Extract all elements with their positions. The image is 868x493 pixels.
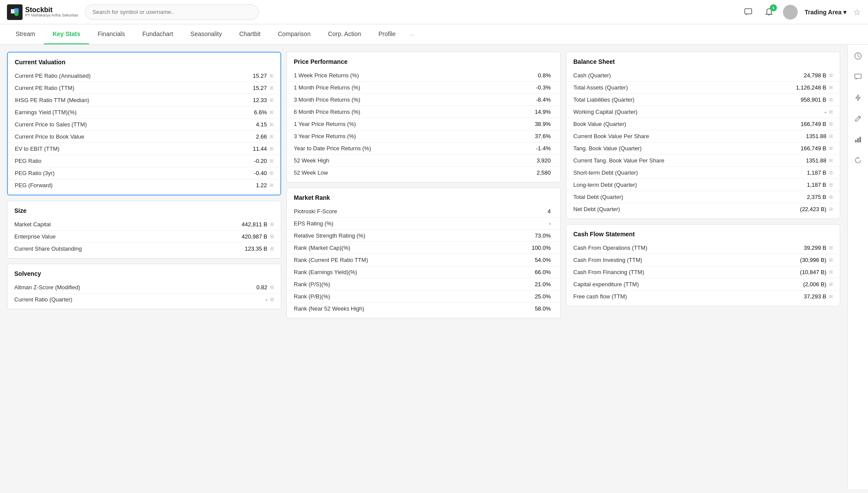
table-row: Working Capital (Quarter) - ⊞ [566, 106, 840, 118]
chart-icon[interactable]: ⊞ [270, 234, 274, 239]
chart-icon[interactable]: ⊞ [829, 281, 833, 287]
chart-icon[interactable]: ⊞ [270, 134, 273, 139]
price-performance-title: Price Performance [287, 52, 560, 69]
table-row: Current Price to Book Value 2.66 ⊞ [8, 131, 280, 143]
table-row: Rank (Near 52 Weeks High) 58.0% [287, 303, 560, 314]
balance-sheet-title: Balance Sheet [566, 52, 840, 69]
tab-fundachart[interactable]: Fundachart [134, 24, 182, 44]
price-performance-card: Price Performance 1 Week Price Returns (… [286, 52, 561, 182]
tab-stream[interactable]: Stream [7, 24, 44, 44]
svg-rect-7 [857, 138, 859, 142]
chart-icon[interactable]: ⊞ [829, 97, 833, 103]
tab-key-stats[interactable]: Key Stats [44, 24, 89, 44]
chart-icon[interactable]: ⊞ [829, 170, 833, 175]
table-row: Current PE Ratio (Annualised) 15.27 ⊞ [8, 70, 280, 82]
solvency-title: Solvency [7, 264, 281, 281]
chart-icon[interactable]: ⊞ [829, 146, 833, 151]
tab-comparison[interactable]: Comparison [269, 24, 319, 44]
chart-icon[interactable]: ⊞ [829, 133, 833, 139]
table-row: Rank (Current PE Ratio TTM) 54.0% [287, 254, 560, 266]
chart-icon[interactable]: ⊞ [829, 109, 833, 115]
cash-flow-card: Cash Flow Statement Cash From Operations… [566, 224, 840, 306]
chart-icon[interactable]: ⊞ [829, 245, 833, 251]
svg-point-2 [14, 12, 19, 16]
clock-icon[interactable] [852, 50, 864, 62]
table-row: Capital expenditure (TTM) (2,006 B) ⊞ [566, 278, 840, 291]
table-row: Book Value (Quarter) 166,749 B ⊞ [566, 118, 840, 130]
tab-financials[interactable]: Financials [89, 24, 134, 44]
cash-flow-rows: Cash From Operations (TTM) 39,299 B ⊞ Ca… [566, 242, 840, 306]
chart-icon[interactable]: ⊞ [270, 222, 274, 227]
main-content: Current Valuation Current PE Ratio (Annu… [0, 45, 847, 489]
solvency-rows: Altman Z-Score (Modified) 0.82 ⊞ Current… [7, 281, 281, 309]
col-2: Price Performance 1 Week Price Returns (… [286, 52, 561, 318]
svg-rect-5 [855, 74, 861, 79]
chart-icon[interactable]: ⊞ [829, 158, 833, 163]
size-title: Size [7, 201, 281, 218]
table-row: Long-term Debt (Quarter) 1,187 B ⊞ [566, 179, 840, 191]
chart-icon[interactable]: ⊞ [829, 85, 833, 90]
comment-icon-btn[interactable] [741, 5, 755, 19]
chart-icon[interactable]: ⊞ [270, 246, 274, 251]
chart-icon[interactable]: ⊞ [270, 182, 273, 188]
table-row: Current Ratio (Quarter) - ⊞ [7, 294, 281, 305]
chart-icon[interactable]: ⊞ [270, 297, 274, 302]
tab-seasonality[interactable]: Seasonality [182, 24, 230, 44]
balance-sheet-rows: Cash (Quarter) 24,798 B ⊞ Total Assets (… [566, 69, 840, 218]
table-row: Cash From Investing (TTM) (30,996 B) ⊞ [566, 254, 840, 266]
table-row: Current PE Ratio (TTM) 15.27 ⊞ [8, 82, 280, 94]
table-row: Free cash flow (TTM) 37,293 B ⊞ [566, 291, 840, 302]
table-row: Tang. Book Value (Quarter) 166,749 B ⊞ [566, 142, 840, 155]
tab-chartbit[interactable]: Chartbit [230, 24, 269, 44]
table-row: Rank (P/B)(%) 25.0% [287, 291, 560, 303]
lightning-icon[interactable] [852, 92, 864, 104]
search-input[interactable] [85, 4, 259, 20]
chart-icon[interactable]: ⊞ [829, 269, 833, 275]
tab-corp-action[interactable]: Corp. Action [319, 24, 370, 44]
logo-icon [7, 4, 23, 20]
chart-icon[interactable]: ⊞ [270, 97, 273, 103]
table-row: Current Share Outstanding 123.35 B ⊞ [7, 243, 281, 255]
table-row: 1 Month Price Returns (%) -0.3% [287, 82, 560, 94]
size-rows: Market Capital 442,811 B ⊞ Enterprise Va… [7, 218, 281, 258]
avatar[interactable] [783, 5, 798, 20]
chart-icon[interactable]: ⊞ [270, 73, 273, 79]
table-row: Current Tang. Book Value Per Share 1351.… [566, 155, 840, 167]
right-sidebar [847, 45, 868, 489]
chart-icon[interactable]: ⊞ [270, 109, 273, 115]
chart-icon[interactable]: ⊞ [829, 194, 833, 200]
table-row: Total Liabilities (Quarter) 958,901 B ⊞ [566, 94, 840, 106]
star-icon[interactable]: ☆ [853, 7, 861, 17]
refresh-icon[interactable] [852, 154, 864, 166]
edit-icon[interactable] [852, 112, 864, 125]
table-row: Total Debt (Quarter) 2,375 B ⊞ [566, 191, 840, 203]
chart-icon[interactable]: ⊞ [829, 206, 833, 212]
table-row: Earnings Yield (TTM)(%) 6.6% ⊞ [8, 106, 280, 119]
table-row: 6 Month Price Returns (%) 14.9% [287, 106, 560, 118]
chart-icon[interactable]: ⊞ [829, 73, 833, 78]
chart-icon[interactable]: ⊞ [829, 294, 833, 299]
brand-name: Stockbit [25, 6, 78, 14]
svg-rect-8 [859, 137, 861, 142]
chart-icon[interactable]: ⊞ [270, 85, 273, 91]
chart-icon[interactable]: ⊞ [270, 122, 273, 127]
chart-bar-icon[interactable] [852, 133, 864, 146]
table-row: 1 Year Price Returns (%) 38.9% [287, 118, 560, 130]
notification-badge: 1 [770, 4, 777, 11]
chart-icon[interactable]: ⊞ [270, 285, 274, 290]
chart-icon[interactable]: ⊞ [829, 182, 833, 188]
chart-icon[interactable]: ⊞ [829, 257, 833, 263]
chart-icon[interactable]: ⊞ [270, 146, 273, 152]
table-row: EPS Rating (%) - [287, 218, 560, 230]
chart-icon[interactable]: ⊞ [270, 170, 273, 176]
nav-more-button[interactable]: ··· [404, 24, 420, 44]
tab-profile[interactable]: Profile [370, 24, 404, 44]
table-row: PEG Ratio -0.20 ⊞ [8, 155, 280, 167]
chart-icon[interactable]: ⊞ [270, 158, 273, 164]
trading-area-button[interactable]: Trading Area ▾ [805, 9, 846, 16]
notification-icon-btn[interactable]: 1 [762, 5, 776, 19]
chart-icon[interactable]: ⊞ [829, 121, 833, 127]
nav-tabs: Stream Key Stats Financials Fundachart S… [0, 24, 868, 45]
message-icon[interactable] [852, 71, 864, 83]
chevron-down-icon: ▾ [843, 9, 846, 16]
